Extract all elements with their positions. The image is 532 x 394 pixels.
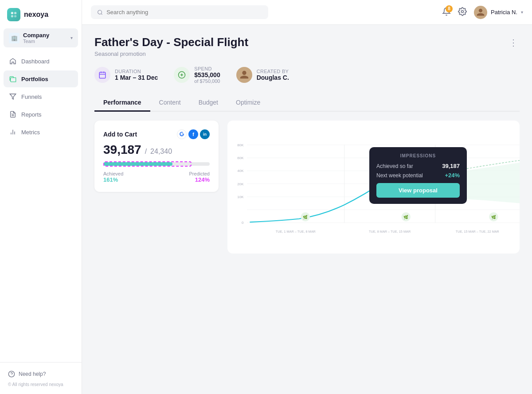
svg-line-13 <box>101 13 102 14</box>
svg-text:🌿: 🌿 <box>491 215 496 220</box>
campaign-meta: Duration 1 Mar – 31 Dec Spend $535,000 o… <box>94 66 520 84</box>
svg-rect-15 <box>99 72 106 78</box>
svg-text:TUE, 8 MAR – TUE, 15 MAR: TUE, 8 MAR – TUE, 15 MAR <box>369 230 411 234</box>
duration-icon <box>94 67 110 83</box>
spend-meta: Spend $535,000 of $750,000 <box>174 66 220 84</box>
spend-icon <box>174 67 190 83</box>
chart-area: IMPRESSIONS Achieved so far 39,187 Next … <box>227 121 520 254</box>
performance-content: Add to Cart f in 39,187 / 24,340 <box>94 121 520 254</box>
svg-point-3 <box>14 15 16 17</box>
predicted-progress <box>103 161 192 167</box>
created-by-meta: Created by Douglas C. <box>236 67 289 83</box>
tab-performance[interactable]: Performance <box>94 94 150 112</box>
copyright: © All rights reserved nexoya <box>5 380 76 389</box>
team-switcher[interactable]: 🏢 Company Team ▾ <box>4 28 78 47</box>
logo: nexoya <box>0 0 82 28</box>
svg-point-2 <box>11 15 13 17</box>
page-content: Father's Day - Special Flight Seasonal p… <box>82 25 532 394</box>
team-icon: 🏢 <box>9 33 20 43</box>
campaign-subtitle: Seasonal promotion <box>94 51 248 57</box>
search-input[interactable] <box>106 9 262 16</box>
svg-text:TUE, 1 MAR – TUE, 8 MAR: TUE, 1 MAR – TUE, 8 MAR <box>276 230 316 234</box>
portfolios-icon <box>9 75 17 83</box>
facebook-icon: f <box>188 129 198 139</box>
svg-text:TUE, 15 MAR – TUE, 22 MAR: TUE, 15 MAR – TUE, 22 MAR <box>456 230 499 234</box>
user-name: Patricia N. <box>491 9 517 16</box>
avatar <box>474 6 487 19</box>
tooltip-title: IMPRESSIONS <box>376 153 460 158</box>
spend-of: of $750,000 <box>194 78 220 84</box>
notification-badge: 8 <box>446 5 453 12</box>
sidebar-item-label: Dashboard <box>21 58 50 65</box>
predicted-label: Predicted <box>189 171 210 176</box>
reports-icon <box>9 110 17 118</box>
team-name: Company <box>23 32 49 39</box>
tooltip-achieved-label: Achieved so far <box>376 163 413 169</box>
linkedin-icon: in <box>200 129 210 139</box>
spend-label: Spend <box>194 66 220 71</box>
svg-marker-4 <box>10 94 16 99</box>
created-by-label: Created by <box>257 69 289 74</box>
svg-text:0: 0 <box>242 221 244 225</box>
creator-avatar <box>236 67 252 83</box>
svg-text:80K: 80K <box>237 143 244 147</box>
sidebar-item-reports[interactable]: Reports <box>4 106 78 123</box>
sidebar-item-label: Reports <box>21 111 42 118</box>
topbar: 8 Patricia N. ▾ <box>82 0 532 25</box>
svg-text:20K: 20K <box>237 182 244 186</box>
notifications-button[interactable]: 8 <box>442 7 451 18</box>
user-menu[interactable]: Patricia N. ▾ <box>474 6 523 19</box>
sidebar-item-label: Metrics <box>21 129 40 136</box>
logo-icon <box>7 8 20 21</box>
search-icon <box>97 9 103 16</box>
progress-bar <box>103 162 210 166</box>
duration-label: Duration <box>115 69 158 74</box>
campaign-title: Father's Day - Special Flight <box>94 35 248 49</box>
google-ads-icon <box>177 129 187 139</box>
tab-content[interactable]: Content <box>150 94 190 112</box>
svg-point-1 <box>14 12 16 14</box>
target-number: 24,340 <box>150 148 172 156</box>
sidebar-item-metrics[interactable]: Metrics <box>4 124 78 140</box>
sidebar-nav: Dashboard Portfolios Funnels Reports Met… <box>0 51 82 362</box>
sidebar: nexoya 🏢 Company Team ▾ Dashboard Portfo… <box>0 0 82 394</box>
home-icon <box>9 57 17 65</box>
spend-value: $535,000 <box>194 71 220 78</box>
sidebar-item-funnels[interactable]: Funnels <box>4 88 78 105</box>
metrics-icon <box>9 128 17 136</box>
main-area: 8 Patricia N. ▾ Father's Day - Special F… <box>82 0 532 394</box>
funnels-icon <box>9 93 17 101</box>
svg-point-12 <box>98 10 102 14</box>
svg-text:🌿: 🌿 <box>303 215 308 220</box>
more-options-button[interactable]: ⋮ <box>507 35 520 50</box>
app-name: nexoya <box>24 11 48 19</box>
svg-text:10K: 10K <box>237 195 244 199</box>
svg-text:40K: 40K <box>237 169 244 173</box>
sidebar-item-dashboard[interactable]: Dashboard <box>4 53 78 70</box>
performance-tabs: Performance Content Budget Optimize <box>94 94 520 112</box>
svg-text:60K: 60K <box>237 156 244 160</box>
main-metric-number: 39,187 <box>103 143 141 157</box>
sidebar-item-label: Portfolios <box>21 76 48 82</box>
tab-optimize[interactable]: Optimize <box>227 94 269 112</box>
achieved-label: Achieved <box>103 171 123 176</box>
chart-tooltip: IMPRESSIONS Achieved so far 39,187 Next … <box>369 147 467 204</box>
user-chevron-icon: ▾ <box>521 10 523 15</box>
team-sub: Team <box>23 39 49 44</box>
tooltip-potential-label: Next week potential <box>376 172 423 179</box>
achieved-value: 161% <box>103 176 123 183</box>
svg-point-0 <box>11 12 13 14</box>
sidebar-item-portfolios[interactable]: Portfolios <box>4 70 78 87</box>
search-bar[interactable] <box>91 5 268 19</box>
settings-button[interactable] <box>458 7 467 18</box>
need-help-button[interactable]: Need help? <box>5 368 76 380</box>
duration-meta: Duration 1 Mar – 31 Dec <box>94 67 158 83</box>
duration-value: 1 Mar – 31 Dec <box>115 74 158 81</box>
sidebar-item-label: Funnels <box>21 94 42 100</box>
tab-budget[interactable]: Budget <box>190 94 227 112</box>
tooltip-achieved-value: 39,187 <box>442 163 460 169</box>
view-proposal-button[interactable]: View proposal <box>376 183 460 198</box>
chevron-down-icon: ▾ <box>70 35 73 40</box>
metric-card: Add to Cart f in 39,187 / 24,340 <box>94 121 219 192</box>
metric-card-title: Add to Cart <box>103 131 137 138</box>
